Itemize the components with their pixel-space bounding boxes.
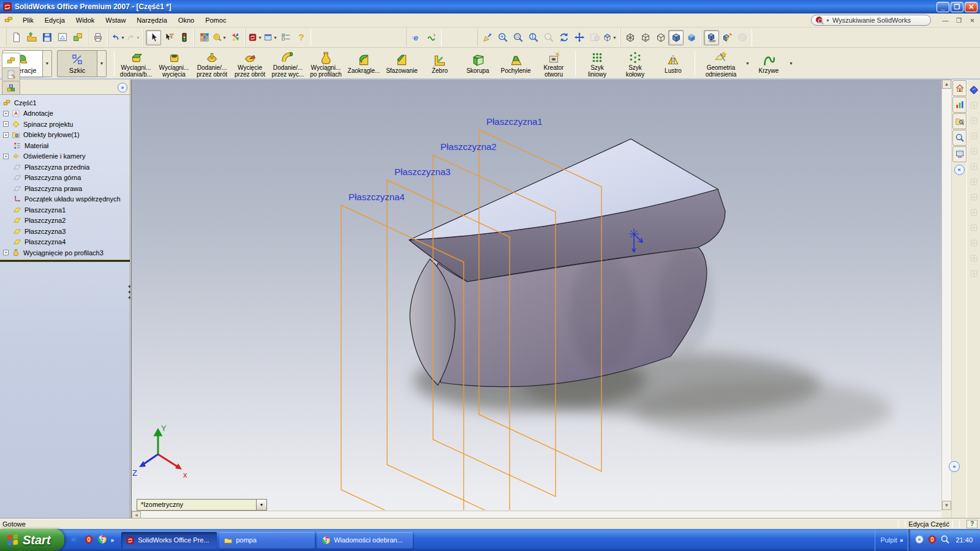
hidden-lines-removed-button[interactable] — [653, 30, 668, 45]
task-pane-collapse-button[interactable]: « — [954, 165, 965, 175]
draft-button[interactable]: Pochylenie — [497, 52, 535, 75]
internet-explorer-shortcut[interactable]: e — [70, 534, 80, 545]
make-drawing-from-part-button[interactable] — [55, 30, 70, 45]
graphics-viewport[interactable]: Płaszczyzna1Płaszczyzna2Płaszczyzna3Płas… — [131, 80, 941, 519]
solidworks-resources-tab[interactable] — [952, 80, 967, 96]
help-button[interactable]: ? — [293, 30, 309, 45]
reference-geometry-button[interactable]: Geometriaodniesienia — [698, 49, 744, 78]
viewport-layout-button[interactable]: ▼ — [263, 30, 278, 45]
tab-operacje-dropdown[interactable]: ▼ — [43, 50, 52, 77]
view-orientation-selector[interactable]: *Izometryczny ▼ — [137, 499, 267, 511]
tree-item-oświetlenie-i-kamery[interactable]: +Oświetlenie i kamery — [1, 151, 130, 162]
menu-okno[interactable]: Okno — [173, 15, 200, 26]
scroll-up-arrow[interactable]: ▲ — [942, 80, 951, 89]
tree-item-płaszczyzna-prawa[interactable]: Płaszczyzna prawa — [1, 183, 130, 194]
document-close-button[interactable]: ✕ — [967, 15, 978, 26]
shadows-in-shaded-mode-button[interactable] — [704, 30, 719, 45]
chrome-browser-shortcut[interactable] — [97, 534, 107, 545]
status-help-button[interactable]: ? — [967, 520, 978, 528]
menu-widok[interactable]: Widok — [70, 15, 100, 26]
print-button[interactable] — [90, 30, 105, 45]
measure-button[interactable]: ▼ — [212, 30, 227, 45]
opera-browser-shortcut[interactable] — [84, 534, 94, 545]
rotate-view-button[interactable] — [556, 30, 571, 45]
tree-item-spinacz-projektu[interactable]: +Spinacz projektu — [1, 119, 130, 130]
pan-button[interactable] — [571, 30, 587, 45]
save-button[interactable] — [39, 30, 55, 45]
file-explorer-tab[interactable] — [952, 113, 967, 129]
tab-szkic-dropdown[interactable]: ▼ — [97, 50, 107, 77]
spellcheck-button[interactable] — [424, 30, 439, 45]
reference-geometry-dropdown[interactable]: ▼ — [745, 61, 750, 66]
scroll-left-arrow[interactable]: ◄ — [132, 511, 141, 519]
wireframe-button[interactable] — [622, 30, 638, 45]
revolved-cut-button[interactable]: Wycięcieprzez obrót — [231, 49, 269, 78]
tray-search[interactable] — [940, 534, 950, 545]
lofted-boss-button[interactable]: Wyciągni...po profilach — [307, 49, 345, 78]
menu-plik[interactable]: Plik — [17, 15, 39, 26]
taskbar-task-solidworksoffice[interactable]: SolidWorks Office Pre... — [121, 532, 217, 549]
tab-szkic[interactable]: Szkic▼ — [57, 50, 107, 77]
design-library-tab[interactable] — [952, 97, 967, 113]
rib-button[interactable]: Żebro — [421, 52, 459, 75]
circular-pattern-button[interactable]: Szykkołowy — [616, 49, 654, 78]
expand-toggle[interactable]: + — [3, 121, 9, 127]
zoom-in-out-button[interactable] — [526, 30, 541, 45]
search-tab-tab[interactable] — [952, 130, 967, 146]
tree-item-płaszczyzna-przednia[interactable]: Płaszczyzna przednia — [1, 162, 130, 173]
vertical-scrollbar[interactable]: ▲ ▼ — [941, 80, 951, 510]
hidden-lines-visible-button[interactable] — [638, 30, 653, 45]
maximize-button[interactable]: ❐ — [951, 2, 963, 12]
rollback-bar[interactable] — [0, 260, 130, 262]
tree-item-obiekty-bryłowe-1-[interactable]: +Obiekty bryłowe(1) — [1, 130, 130, 141]
open-document-button[interactable] — [24, 30, 39, 45]
previous-view-button[interactable] — [480, 30, 495, 45]
section-view-button[interactable] — [719, 30, 734, 45]
make-assembly-from-part-button[interactable] — [70, 30, 85, 45]
propertymanager-tab[interactable] — [2, 67, 20, 81]
curvature-button[interactable] — [227, 30, 243, 45]
tree-item-płaszczyzna2[interactable]: Płaszczyzna2 — [1, 216, 130, 227]
tree-item-część1[interactable]: Część1 — [1, 97, 130, 108]
start-button[interactable]: Start — [0, 529, 64, 551]
minimize-button[interactable]: _ — [937, 2, 949, 12]
search-dropdown-arrow[interactable]: ▼ — [826, 18, 830, 23]
close-button[interactable]: ✕ — [965, 2, 978, 12]
menu-wstaw[interactable]: Wstaw — [100, 15, 131, 26]
tree-item-adnotacje[interactable]: +AAdnotacje — [1, 108, 130, 119]
solidworks-search[interactable]: ▼ Wyszukiwanie SolidWorks — [811, 15, 931, 26]
horizontal-scrollbar[interactable]: ◄ — [132, 511, 941, 519]
revolved-boss-button[interactable]: Dodanie/...przez obrót — [193, 49, 231, 78]
menu-narzdzia[interactable]: Narzędzia — [131, 15, 173, 26]
fillet-button[interactable]: Zaokrągle... — [345, 52, 383, 75]
linear-pattern-button[interactable]: Szykliniowy — [578, 49, 616, 78]
taskbar-task-wiadomociodebran[interactable]: Wiadomości odebran... — [317, 532, 413, 549]
selection-filter-button[interactable] — [161, 30, 176, 45]
tree-item-początek-układu-współrzędnych[interactable]: Początek układu współrzędnych — [1, 194, 130, 205]
select-button[interactable] — [146, 30, 161, 45]
shaded-with-edges-button[interactable] — [668, 30, 684, 45]
curves-button[interactable]: Krzywe — [750, 52, 788, 75]
tree-item-płaszczyzna4[interactable]: Płaszczyzna4 — [1, 237, 130, 248]
document-minimize-button[interactable]: — — [940, 15, 951, 26]
document-restore-button[interactable]: ❐ — [953, 15, 965, 26]
new-document-button[interactable] — [9, 30, 24, 45]
shell-button[interactable]: Skorupa — [459, 52, 497, 75]
tree-item-płaszczyzna-górna[interactable]: Płaszczyzna górna — [1, 173, 130, 184]
flyout-expand-button[interactable]: » — [118, 83, 127, 92]
web-toolbar-button[interactable]: e — [409, 30, 424, 45]
tray-app[interactable] — [927, 534, 937, 545]
expand-toggle[interactable]: + — [3, 154, 9, 159]
desktop-toolbar[interactable]: Pulpit » — [875, 529, 908, 551]
collapse-pane-button[interactable]: « — [949, 461, 960, 472]
extruded-boss-button[interactable]: Wyciągni...dodania/b... — [117, 49, 155, 78]
view-palette-tab[interactable] — [952, 146, 967, 162]
extruded-cut-button[interactable]: Wyciągni...wycięcia — [155, 49, 193, 78]
quick-launch-overflow[interactable]: » — [111, 537, 115, 544]
zoom-to-area-button[interactable] — [510, 30, 526, 45]
edit-appearance-button[interactable] — [197, 30, 212, 45]
model-canvas[interactable]: Płaszczyzna1Płaszczyzna2Płaszczyzna3Płas… — [132, 80, 941, 510]
tray-collapse[interactable]: « — [914, 534, 924, 545]
design-checker-button[interactable] — [278, 30, 293, 45]
chamfer-button[interactable]: Sfazowanie — [383, 52, 421, 75]
